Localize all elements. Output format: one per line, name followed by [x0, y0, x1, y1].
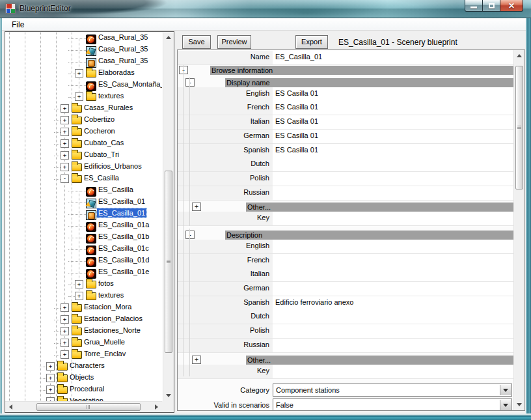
property-value-field[interactable]: ES Casilla 01 — [273, 144, 514, 158]
tree-item[interactable]: Casa_Rural_35 — [5, 33, 162, 44]
property-value-field[interactable] — [273, 268, 514, 281]
property-value-field[interactable] — [273, 186, 514, 200]
tree-item[interactable]: +Estacion_Palacios — [5, 314, 162, 326]
tree-item-label[interactable]: Cubato_Tri — [83, 150, 120, 159]
tree-item[interactable]: +Cubato_Tri — [5, 150, 162, 161]
group-expand-toggle[interactable]: - — [185, 231, 195, 239]
tree-item-label[interactable]: Estacion_Mora — [83, 302, 133, 311]
tree-item[interactable]: ES_Casilla_01 — [5, 197, 162, 208]
tree-item-label[interactable]: textures — [97, 91, 125, 100]
property-value-field[interactable] — [273, 339, 514, 352]
tree-item[interactable]: ES_Casilla_01d — [5, 255, 162, 267]
tree-item[interactable]: +Estacion_Mora — [5, 302, 162, 314]
group-expand-toggle[interactable]: - — [179, 66, 188, 74]
group-header-bar[interactable]: Display name — [225, 78, 514, 87]
group-expand-toggle[interactable]: + — [192, 203, 201, 211]
tree-item-label[interactable]: ES_Casilla_01d — [97, 255, 150, 264]
tree-item-label[interactable]: Grua_Muelle — [83, 337, 126, 346]
category-dropdown[interactable]: Component stations — [273, 384, 512, 397]
tree-expand-toggle[interactable]: + — [61, 315, 69, 324]
property-value-field[interactable]: ES Casilla 01 — [273, 130, 514, 143]
property-value-field[interactable]: ES Casilla 01 — [273, 101, 514, 115]
tree-item[interactable]: +Characters — [5, 361, 162, 372]
tree-item[interactable]: -ES_Casilla — [5, 173, 162, 185]
minimize-button[interactable] — [465, 0, 483, 12]
property-value-field[interactable]: ES_Casilla_01 — [273, 51, 514, 64]
tree-expand-toggle[interactable]: + — [61, 104, 69, 113]
tree-item[interactable]: +Edificios_Urbanos — [5, 161, 162, 173]
tree-expand-toggle[interactable]: + — [61, 128, 69, 136]
tree-item-label[interactable]: fotos — [97, 279, 115, 288]
tree-item[interactable]: +Cobertizo — [5, 115, 162, 126]
tree-item[interactable]: +Procedural — [5, 384, 162, 396]
tree-item-label[interactable]: Vegetation — [68, 396, 105, 401]
grid-vertical-scrollbar[interactable] — [513, 50, 524, 410]
tree-item-label[interactable]: ES_Casilla_01b — [97, 232, 150, 241]
tree-item[interactable]: ES_Casilla_01 — [5, 208, 162, 220]
tree-item-label[interactable]: Casa_Rural_35 — [97, 33, 149, 42]
tree-expand-toggle[interactable]: + — [61, 163, 69, 171]
chevron-down-icon[interactable] — [500, 400, 511, 410]
tree-item[interactable]: +Cocheron — [5, 126, 162, 138]
tree-item[interactable]: +textures — [5, 290, 162, 302]
tree-item[interactable]: ES_Casilla — [5, 185, 162, 197]
tree-item-label[interactable]: Cubato_Cas — [83, 138, 125, 147]
scroll-down-icon[interactable] — [166, 394, 171, 397]
tree-expand-toggle[interactable]: + — [46, 385, 55, 394]
grid-vscroll-thumb[interactable] — [515, 66, 523, 189]
tree-item[interactable]: +Casas_Rurales — [5, 103, 162, 115]
tree-expand-toggle[interactable]: + — [75, 292, 83, 300]
tree-item-label[interactable]: Cobertizo — [83, 115, 116, 124]
tree-item-label[interactable]: ES_Casilla_01e — [97, 267, 150, 276]
chevron-down-icon[interactable] — [500, 385, 511, 395]
tree-item-label[interactable]: Torre_Enclav — [83, 349, 127, 358]
preview-button[interactable]: Preview — [217, 35, 251, 49]
tree-item-label[interactable]: Casa_Rural_35 — [97, 44, 149, 53]
tree-item-label[interactable]: Procedural — [68, 384, 105, 393]
tree-item-label[interactable]: ES_Casilla_01 — [97, 208, 146, 217]
tree-item[interactable]: +Vegetation — [5, 396, 162, 401]
tree-item-label[interactable]: ES_Casilla_01a — [97, 220, 150, 229]
tree-expand-toggle[interactable]: + — [61, 327, 69, 335]
tree-item[interactable]: +Elaboradas — [5, 68, 162, 79]
tree-expand-toggle[interactable]: + — [61, 116, 69, 124]
scroll-right-icon[interactable] — [155, 404, 158, 410]
tree-expand-toggle[interactable]: + — [61, 339, 69, 347]
property-value-field[interactable] — [273, 324, 514, 338]
tree-item-label[interactable]: Characters — [68, 361, 106, 370]
tree-horizontal-scrollbar[interactable] — [5, 401, 162, 412]
tree-item[interactable]: +textures — [5, 91, 162, 103]
tree-item[interactable]: ES_Casilla_01b — [5, 232, 162, 244]
tree-item[interactable]: +Torre_Enclav — [5, 349, 162, 361]
tree-item[interactable]: +Objects — [5, 372, 162, 384]
property-value-field[interactable] — [273, 310, 514, 324]
tree-item-label[interactable]: ES_Casilla_01c — [97, 244, 150, 253]
tree-item-label[interactable]: Estacion_Palacios — [83, 314, 144, 323]
tree-item-label[interactable]: ES_Casa_Montaña_ — [97, 79, 162, 89]
property-value-field[interactable]: ES Casilla 01 — [273, 115, 514, 129]
tree-item[interactable]: +fotos — [5, 279, 162, 290]
tree-item[interactable]: Casa_Rural_35 — [5, 44, 162, 56]
group-expand-toggle[interactable]: - — [185, 78, 195, 87]
property-value-field[interactable] — [273, 172, 514, 186]
tree-expand-toggle[interactable]: - — [61, 175, 69, 183]
property-value-field[interactable] — [273, 158, 514, 171]
property-value-field[interactable] — [273, 240, 514, 253]
property-value-field[interactable]: Edificio ferroviario anexo — [273, 296, 514, 310]
scroll-left-icon[interactable] — [9, 404, 12, 410]
tree-item[interactable]: +Cubato_Cas — [5, 138, 162, 150]
tree-expand-toggle[interactable]: + — [61, 303, 69, 312]
export-button[interactable]: Export — [295, 35, 328, 49]
property-value-field[interactable] — [273, 212, 514, 225]
tree-hscroll-thumb[interactable] — [36, 403, 141, 411]
close-button[interactable]: ✕ — [500, 0, 523, 12]
tree-item-label[interactable]: ES_Casilla_01 — [97, 197, 146, 206]
property-value-field[interactable] — [273, 254, 514, 268]
tree-item[interactable]: +Grua_Muelle — [5, 337, 162, 349]
valid-in-scenarios-dropdown[interactable]: False — [273, 399, 512, 411]
tree-expand-toggle[interactable]: + — [46, 374, 55, 382]
save-button[interactable]: Save — [182, 35, 211, 49]
tree-item-label[interactable]: Objects — [68, 372, 95, 382]
tree-item[interactable]: +Estaciones_Norte — [5, 326, 162, 337]
tree-expand-toggle[interactable]: + — [61, 151, 69, 160]
